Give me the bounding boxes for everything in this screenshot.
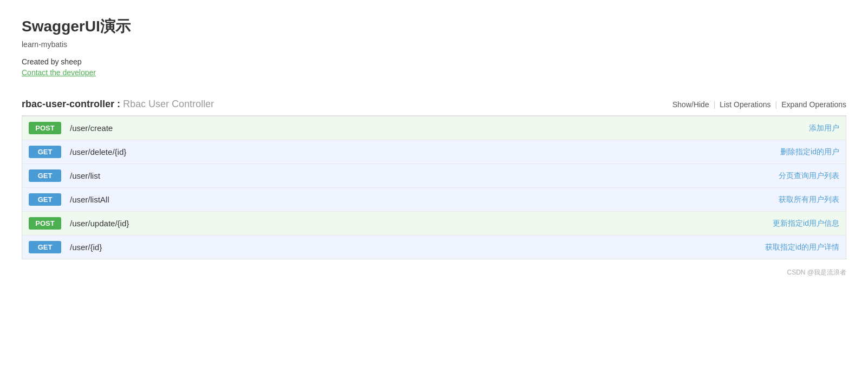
controller-header: rbac-user-controller : Rbac User Control…: [22, 93, 846, 116]
endpoint-row[interactable]: POST/user/update/{id}更新指定id用户信息: [22, 212, 846, 236]
endpoint-path: /user/delete/{id}: [70, 147, 780, 156]
endpoint-row[interactable]: GET/user/list分页查询用户列表: [22, 164, 846, 188]
endpoint-list: POST/user/create添加用户GET/user/delete/{id}…: [22, 116, 846, 259]
contact-developer-link[interactable]: Contact the developer: [22, 68, 96, 77]
endpoint-row[interactable]: GET/user/listAll获取所有用户列表: [22, 188, 846, 212]
controller-separator: :: [117, 99, 123, 109]
controller-name: rbac-user-controller: [22, 99, 114, 109]
method-badge: GET: [29, 241, 61, 253]
controller-actions: Show/Hide | List Operations | Expand Ope…: [672, 100, 846, 109]
endpoint-row[interactable]: POST/user/create添加用户: [22, 116, 846, 140]
divider-2: |: [775, 100, 778, 109]
divider-1: |: [714, 100, 716, 109]
endpoint-description: 获取指定id的用户详情: [765, 243, 839, 252]
endpoint-path: /user/{id}: [70, 243, 765, 252]
show-hide-action[interactable]: Show/Hide: [672, 100, 709, 109]
footer-note: CSDN @我是流浪者: [787, 269, 846, 276]
list-operations-action[interactable]: List Operations: [720, 100, 770, 109]
endpoint-description: 获取所有用户列表: [779, 195, 839, 205]
method-badge: POST: [29, 217, 61, 230]
method-badge: GET: [29, 169, 61, 182]
footer: CSDN @我是流浪者: [22, 268, 846, 277]
endpoint-row[interactable]: GET/user/delete/{id}删除指定id的用户: [22, 140, 846, 164]
controller-section: rbac-user-controller : Rbac User Control…: [22, 93, 846, 259]
controller-description: Rbac User Controller: [123, 99, 214, 109]
method-badge: GET: [29, 193, 61, 206]
method-badge: POST: [29, 122, 61, 134]
endpoint-path: /user/create: [70, 123, 809, 133]
page-header: SwaggerUI演示 learn-mybatis Created by she…: [22, 16, 846, 77]
created-by: Created by sheep: [22, 57, 846, 66]
endpoint-path: /user/listAll: [70, 195, 779, 204]
expand-operations-action[interactable]: Expand Operations: [781, 100, 846, 109]
endpoint-description: 更新指定id用户信息: [773, 219, 839, 228]
endpoint-path: /user/update/{id}: [70, 219, 773, 228]
controller-title: rbac-user-controller : Rbac User Control…: [22, 99, 214, 110]
page-subtitle: learn-mybatis: [22, 40, 846, 49]
endpoint-path: /user/list: [70, 171, 779, 180]
method-badge: GET: [29, 146, 61, 158]
endpoint-description: 删除指定id的用户: [780, 147, 839, 157]
endpoint-description: 添加用户: [809, 123, 839, 133]
endpoint-row[interactable]: GET/user/{id}获取指定id的用户详情: [22, 236, 846, 259]
page-title: SwaggerUI演示: [22, 16, 846, 37]
endpoint-description: 分页查询用户列表: [779, 171, 839, 181]
